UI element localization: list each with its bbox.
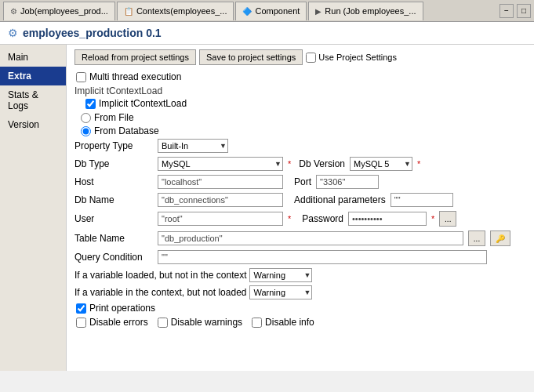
maximize-button[interactable]: □ xyxy=(517,4,531,18)
implicit-checkbox[interactable] xyxy=(85,99,96,109)
tab-run-label: Run (Job employees_... xyxy=(325,6,416,16)
from-file-row: From File xyxy=(74,112,526,123)
tab-contexts-label: Contexts(employees_... xyxy=(136,6,227,16)
sidebar-extra-label: Extra xyxy=(8,71,31,82)
page-title: employees_production 0.1 xyxy=(23,27,162,39)
table-name-row: Table Name ... 🔑 xyxy=(74,230,526,246)
var-not-context-row: If a variable loaded, but not in the con… xyxy=(74,268,526,282)
var-in-context-select[interactable]: Warning Error Ignore xyxy=(249,285,312,299)
property-type-row: Property Type Built-In Repository ▼ xyxy=(74,139,526,153)
db-type-row: Db Type MySQL PostgreSQL Oracle MSSQL ▼ … xyxy=(74,157,526,171)
implicit-checkbox-row: Implicit tContextLoad xyxy=(74,98,526,109)
db-version-select[interactable]: MySQL 5 MySQL 8 xyxy=(350,157,412,171)
table-key-button[interactable]: 🔑 xyxy=(490,230,510,246)
tab-job-label: Job(employees_prod... xyxy=(20,6,108,16)
save-button[interactable]: Save to project settings xyxy=(199,49,303,65)
password-input[interactable] xyxy=(348,212,427,226)
var-not-context-label: If a variable loaded, but not in the con… xyxy=(74,270,246,281)
add-params-label: Additional parameters xyxy=(294,194,386,205)
sidebar-main-label: Main xyxy=(8,52,28,63)
from-db-label: From Database xyxy=(94,125,159,136)
db-type-label: Db Type xyxy=(74,158,153,169)
sidebar-item-stats[interactable]: Stats & Logs xyxy=(0,85,66,115)
password-required-star: * xyxy=(431,214,434,223)
db-version-dropdown[interactable]: MySQL 5 MySQL 8 ▼ xyxy=(350,157,412,171)
use-project-text: Use Project Settings xyxy=(318,53,397,62)
reload-button[interactable]: Reload from project settings xyxy=(74,49,196,65)
disable-warnings-checkbox[interactable] xyxy=(158,318,168,328)
db-type-select[interactable]: MySQL PostgreSQL Oracle MSSQL xyxy=(158,157,283,171)
property-type-label: Property Type xyxy=(74,140,153,151)
query-cond-input[interactable] xyxy=(158,250,487,264)
db-type-dropdown[interactable]: MySQL PostgreSQL Oracle MSSQL ▼ xyxy=(158,157,283,171)
var-in-context-label: If a variable in the context, but not lo… xyxy=(74,287,246,298)
db-name-input[interactable] xyxy=(158,193,283,207)
sidebar-stats-label: Stats & Logs xyxy=(8,89,38,111)
from-file-radio[interactable] xyxy=(81,113,91,123)
user-input[interactable] xyxy=(158,212,283,226)
password-browse-button[interactable]: ... xyxy=(439,211,456,227)
host-row: Host Port xyxy=(74,175,526,189)
tab-contexts[interactable]: 📋 Contexts(employees_... xyxy=(117,2,234,20)
host-label: Host xyxy=(74,176,153,187)
password-label: Password xyxy=(302,213,343,224)
print-ops-row: Print operations xyxy=(74,303,526,314)
table-name-input[interactable] xyxy=(158,231,463,245)
table-name-label: Table Name xyxy=(74,233,153,244)
db-name-row: Db Name Additional parameters xyxy=(74,193,526,207)
run-icon: ▶ xyxy=(315,7,321,16)
job-icon: ⚙ xyxy=(10,7,17,16)
tab-controls: − □ xyxy=(499,4,531,18)
contexts-icon: 📋 xyxy=(124,7,133,16)
var-in-context-row: If a variable in the context, but not lo… xyxy=(74,285,526,299)
disable-row: Disable errors Disable warnings Disable … xyxy=(74,317,526,328)
host-input[interactable] xyxy=(158,175,283,189)
tab-bar: ⚙ Job(employees_prod... 📋 Contexts(emplo… xyxy=(0,0,534,22)
disable-errors-checkbox[interactable] xyxy=(76,318,86,328)
query-cond-label: Query Condition xyxy=(74,252,153,263)
tab-run[interactable]: ▶ Run (Job employees_... xyxy=(308,2,423,20)
var-not-context-dropdown[interactable]: Warning Error Ignore ▼ xyxy=(249,268,312,282)
sidebar-item-extra[interactable]: Extra xyxy=(0,67,66,85)
user-label: User xyxy=(74,213,153,224)
use-project-label[interactable]: Use Project Settings xyxy=(306,53,397,63)
sidebar-item-version[interactable]: Version xyxy=(0,115,66,134)
db-version-label: Db Version xyxy=(299,158,345,169)
db-name-label: Db Name xyxy=(74,194,153,205)
tab-component[interactable]: 🔷 Component xyxy=(235,2,307,20)
implicit-label2: Implicit tContextLoad xyxy=(99,98,187,109)
query-condition-row: Query Condition xyxy=(74,250,526,264)
sidebar: Main Extra Stats & Logs Version xyxy=(0,45,67,371)
disable-info-label: Disable info xyxy=(265,317,314,328)
from-file-label: From File xyxy=(94,112,134,123)
implicit-label: Implicit tContextLoad xyxy=(74,85,162,96)
use-project-checkbox[interactable] xyxy=(306,53,316,63)
title-icon: ⚙ xyxy=(8,27,18,39)
sidebar-item-main[interactable]: Main xyxy=(0,48,66,67)
var-in-context-dropdown[interactable]: Warning Error Ignore ▼ xyxy=(249,285,312,299)
disable-info-checkbox[interactable] xyxy=(252,318,262,328)
title-bar: ⚙ employees_production 0.1 xyxy=(0,22,534,45)
property-type-dropdown[interactable]: Built-In Repository ▼ xyxy=(158,139,228,153)
disable-warnings-label: Disable warnings xyxy=(171,317,242,328)
var-not-context-select[interactable]: Warning Error Ignore xyxy=(249,268,312,282)
multi-thread-checkbox[interactable] xyxy=(76,72,86,82)
minimize-button[interactable]: − xyxy=(499,4,514,18)
user-row: User * Password * ... xyxy=(74,211,526,227)
multi-thread-label: Multi thread execution xyxy=(89,71,181,82)
table-browse-button[interactable]: ... xyxy=(468,230,485,246)
toolbar: Reload from project settings Save to pro… xyxy=(74,49,526,65)
implicit-section: Implicit tContextLoad xyxy=(74,85,526,96)
add-params-input[interactable] xyxy=(391,193,453,207)
property-type-select[interactable]: Built-In Repository xyxy=(158,139,228,153)
disable-errors-label: Disable errors xyxy=(89,317,148,328)
print-ops-checkbox[interactable] xyxy=(76,303,86,314)
component-icon: 🔷 xyxy=(242,7,252,16)
port-input[interactable] xyxy=(316,175,379,189)
db-version-required-star: * xyxy=(417,159,420,169)
tab-job[interactable]: ⚙ Job(employees_prod... xyxy=(3,2,115,20)
from-db-radio[interactable] xyxy=(81,126,91,136)
port-label: Port xyxy=(294,176,311,187)
user-required-star: * xyxy=(288,214,291,223)
tab-component-label: Component xyxy=(255,6,300,16)
